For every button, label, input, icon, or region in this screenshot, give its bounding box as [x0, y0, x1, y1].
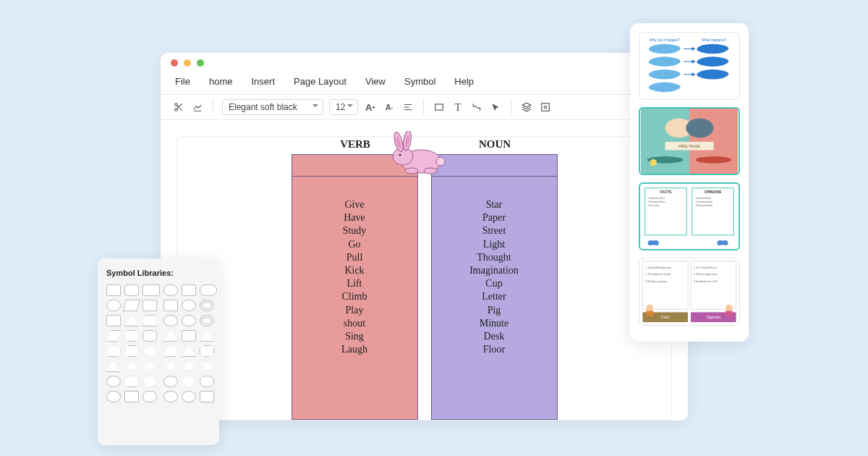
symbol-shape[interactable] — [124, 284, 139, 296]
font-size-select[interactable]: 12 — [329, 99, 358, 115]
verb-list: GiveHaveStudyGoPullKickLiftClimbPlayshou… — [292, 177, 417, 356]
focus-icon[interactable] — [539, 101, 552, 114]
templates-panel: Why did it happen? What happens? — [630, 23, 749, 342]
symbol-shape[interactable] — [123, 300, 140, 311]
symbol-shape[interactable] — [182, 284, 196, 296]
font-family-select[interactable]: Elegant soft black — [222, 99, 323, 115]
cut-icon[interactable] — [172, 101, 185, 114]
symbol-shape[interactable] — [142, 315, 157, 326]
symbol-shape[interactable] — [163, 330, 178, 342]
symbol-shape[interactable] — [200, 330, 214, 342]
svg-text:• Real data of facts: • Real data of facts — [648, 200, 666, 203]
symbol-shape[interactable] — [182, 315, 196, 326]
symbol-shape[interactable] — [106, 360, 121, 372]
symbol-shape[interactable] — [182, 360, 196, 372]
symbol-shape[interactable] — [124, 391, 139, 402]
template-thumbnail-1[interactable]: Why did it happen? What happens? — [639, 32, 740, 100]
minimize-window-button[interactable] — [184, 59, 191, 67]
verb-word: Play — [292, 304, 417, 317]
menu-symbol[interactable]: Symbol — [404, 76, 435, 87]
align-icon[interactable] — [401, 101, 414, 114]
menu-help[interactable]: Help — [454, 76, 474, 87]
symbol-shape[interactable] — [142, 284, 160, 296]
symbol-shape[interactable] — [163, 345, 178, 357]
verb-word: Have — [292, 211, 417, 224]
symbol-shape[interactable] — [200, 300, 214, 311]
menu-page-layout[interactable]: Page Layout — [294, 76, 346, 87]
svg-text:OPINIONS: OPINIONS — [705, 190, 721, 194]
symbol-shape[interactable] — [106, 376, 121, 387]
close-window-button[interactable] — [171, 59, 178, 67]
symbol-shape[interactable] — [106, 330, 121, 342]
symbol-shape[interactable] — [182, 376, 196, 387]
verb-word: Go — [292, 238, 417, 251]
symbol-shape[interactable] — [163, 391, 178, 402]
t-chart[interactable]: VERB GiveHaveStudyGoPullKickLiftClimbPla… — [292, 154, 558, 420]
symbol-shape[interactable] — [124, 330, 139, 342]
menubar: File home Insert Page Layout View Symbol… — [161, 73, 688, 95]
symbol-shape[interactable] — [142, 360, 157, 372]
symbol-libraries-panel[interactable]: Symbol Libraries: — [98, 258, 219, 445]
symbol-shape[interactable] — [200, 284, 217, 296]
decrease-font-icon[interactable]: A- — [383, 101, 396, 114]
svg-text:Opinion: Opinion — [706, 315, 720, 319]
symbol-shape[interactable] — [163, 284, 178, 296]
verb-word: Give — [292, 198, 417, 211]
symbol-shape[interactable] — [200, 360, 214, 372]
symbol-shape[interactable] — [200, 315, 214, 326]
symbol-shape[interactable] — [200, 345, 214, 357]
symbol-shape[interactable] — [182, 391, 196, 402]
symbol-shape[interactable] — [182, 300, 196, 311]
symbol-shape[interactable] — [163, 360, 178, 372]
template-thumbnail-4[interactable]: 1. George Washington was 2. The temperat… — [639, 258, 740, 326]
symbol-shape[interactable] — [124, 315, 139, 326]
symbol-shape[interactable] — [106, 300, 121, 311]
noun-word: Cup — [432, 277, 557, 290]
symbol-shape[interactable] — [163, 315, 178, 326]
symbol-shape[interactable] — [142, 330, 157, 342]
menu-file[interactable]: File — [175, 76, 190, 87]
svg-rect-8 — [435, 104, 443, 110]
symbol-shape[interactable] — [200, 391, 214, 402]
symbol-shape[interactable] — [163, 300, 178, 311]
symbol-shape[interactable] — [142, 391, 157, 402]
symbol-shape[interactable] — [200, 376, 214, 387]
symbol-shape[interactable] — [182, 330, 196, 342]
symbol-shape[interactable] — [163, 376, 178, 387]
maximize-window-button[interactable] — [197, 59, 204, 67]
svg-point-38 — [650, 159, 657, 166]
svg-point-61 — [646, 305, 653, 312]
noun-word: Star — [432, 198, 557, 211]
svg-point-18 — [399, 154, 401, 156]
layers-icon[interactable] — [520, 101, 533, 114]
verb-word: Sing — [292, 330, 417, 343]
menu-home[interactable]: home — [209, 76, 233, 87]
template-thumbnail-2[interactable]: FREE TRADE — [639, 107, 740, 175]
symbol-shape[interactable] — [124, 360, 139, 372]
symbol-shape[interactable] — [124, 345, 139, 357]
rectangle-shape-icon[interactable] — [433, 101, 446, 114]
symbol-shape[interactable] — [106, 315, 121, 326]
canvas[interactable]: VERB GiveHaveStudyGoPullKickLiftClimbPla… — [176, 136, 672, 421]
increase-font-icon[interactable]: A+ — [364, 101, 377, 114]
menu-insert[interactable]: Insert — [251, 76, 275, 87]
symbol-shape[interactable] — [106, 391, 121, 402]
template-thumbnail-3[interactable]: FACTS OPINIONS • Statement of true • Rea… — [639, 182, 740, 250]
symbol-shape[interactable] — [124, 376, 139, 387]
verb-column[interactable]: VERB GiveHaveStudyGoPullKickLiftClimbPla… — [292, 154, 418, 420]
symbol-shape[interactable] — [106, 345, 121, 357]
bunny-clipart[interactable] — [381, 131, 454, 174]
symbol-shape[interactable] — [142, 300, 157, 311]
menu-view[interactable]: View — [365, 76, 386, 87]
connector-icon[interactable] — [470, 101, 483, 114]
text-tool-icon[interactable]: T — [451, 101, 464, 114]
font-family-value: Elegant soft black — [229, 102, 297, 112]
noun-column[interactable]: NOUN StarPaperStreetLightThoughtImaginat… — [431, 154, 558, 420]
symbol-shape[interactable] — [142, 376, 157, 387]
symbol-shape[interactable] — [182, 345, 196, 357]
format-painter-icon[interactable] — [191, 101, 204, 114]
pointer-tool-icon[interactable] — [489, 101, 502, 114]
svg-point-33 — [686, 118, 713, 138]
symbol-shape[interactable] — [142, 345, 157, 357]
symbol-shape[interactable] — [106, 284, 121, 296]
